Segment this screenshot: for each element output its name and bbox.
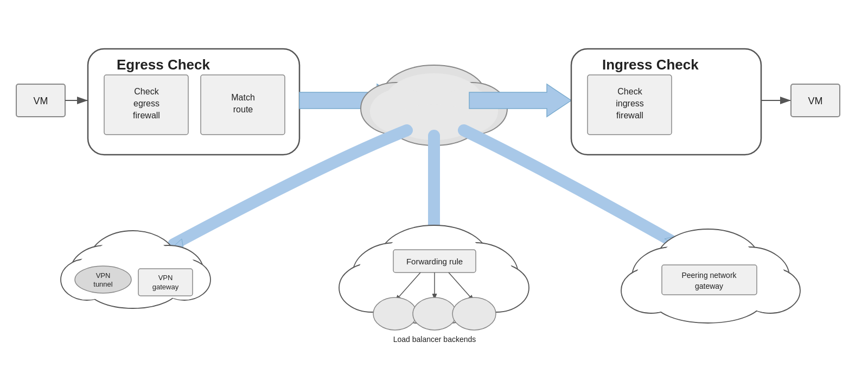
match-route-line2: route [233, 105, 253, 114]
lb-backend-1 [373, 297, 417, 330]
check-ingress-firewall-line1: Check [617, 87, 642, 96]
vpn-gateway-label-line2: gateway [152, 283, 179, 291]
vpn-tunnel-shape [75, 266, 131, 293]
lb-backend-2 [413, 297, 456, 330]
forwarding-rule-label: Forwarding rule [406, 257, 463, 266]
peering-gateway-label-line1: Peering network [681, 271, 737, 280]
check-ingress-firewall-line2: ingress [616, 99, 644, 108]
lb-backends-label: Load balancer backends [393, 335, 476, 344]
vpn-gateway-label-line1: VPN [158, 274, 173, 282]
vpn-tunnel-label-line1: VPN [96, 271, 111, 280]
vm-right-label: VM [808, 96, 823, 106]
vpn-tunnel-label-line2: tunnel [93, 280, 113, 288]
peering-cloud: Peering network gateway [621, 229, 800, 323]
match-route-line1: Match [231, 93, 255, 102]
lb-backend-3 [452, 297, 496, 330]
check-ingress-firewall-line3: firewall [616, 111, 643, 120]
vpn-gateway-box [138, 269, 193, 296]
peering-gateway-label-line2: gateway [695, 282, 723, 290]
forwarding-rule-cloud: Forwarding rule Load balancer backends [339, 225, 529, 344]
check-egress-firewall-line3: firewall [133, 111, 160, 120]
diagram-canvas: VM Egress Check Check egress firewall Ma… [0, 0, 868, 380]
ingress-check-title: Ingress Check [602, 56, 699, 73]
check-egress-firewall-line1: Check [134, 87, 159, 96]
vm-left-label: VM [34, 96, 48, 106]
check-egress-firewall-line2: egress [133, 99, 159, 108]
egress-check-title: Egress Check [117, 56, 210, 73]
